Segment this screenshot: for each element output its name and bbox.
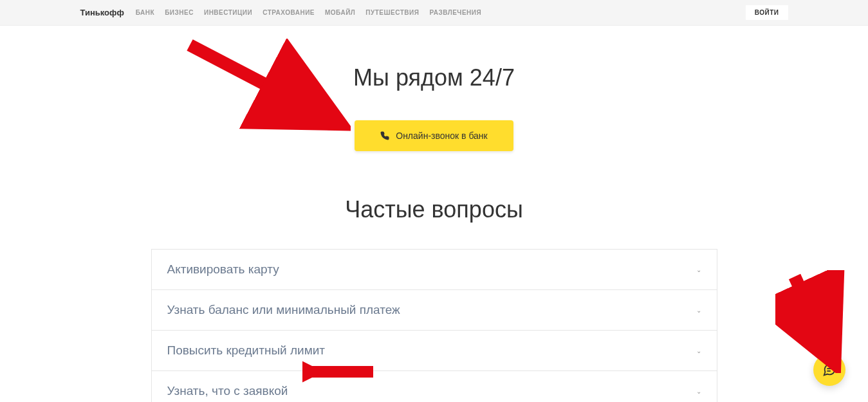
faq-item-application-status[interactable]: Узнать, что с заявкой ⌄ bbox=[152, 371, 717, 402]
faq-item-label: Узнать баланс или минимальный платеж bbox=[167, 303, 400, 317]
login-button[interactable]: ВОЙТИ bbox=[746, 5, 788, 20]
nav-link-bank[interactable]: БАНК bbox=[136, 9, 154, 16]
faq-item-balance[interactable]: Узнать баланс или минимальный платеж ⌄ bbox=[152, 290, 717, 331]
main-content: Мы рядом 24/7 Онлайн-звонок в банк Часты… bbox=[0, 26, 868, 402]
nav-link-business[interactable]: БИЗНЕС bbox=[165, 9, 194, 16]
nav-link-mobile[interactable]: МОБАЙЛ bbox=[325, 9, 355, 16]
call-button-label: Онлайн-звонок в банк bbox=[396, 131, 487, 141]
nav-link-entertainment[interactable]: РАЗВЛЕЧЕНИЯ bbox=[429, 9, 481, 16]
nav-link-travel[interactable]: ПУТЕШЕСТВИЯ bbox=[365, 9, 419, 16]
faq-item-credit-limit[interactable]: Повысить кредитный лимит ⌄ bbox=[152, 331, 717, 371]
chevron-down-icon: ⌄ bbox=[696, 388, 701, 395]
phone-icon bbox=[380, 131, 389, 140]
faq-title: Частые вопросы bbox=[0, 196, 868, 223]
nav-links: БАНК БИЗНЕС ИНВЕСТИЦИИ СТРАХОВАНИЕ МОБАЙ… bbox=[136, 9, 746, 16]
chevron-down-icon: ⌄ bbox=[696, 266, 701, 273]
chevron-down-icon: ⌄ bbox=[696, 347, 701, 354]
chat-icon bbox=[822, 363, 836, 377]
chat-button[interactable] bbox=[813, 354, 845, 386]
faq-item-activate-card[interactable]: Активировать карту ⌄ bbox=[152, 250, 717, 290]
header-inner: Тинькофф БАНК БИЗНЕС ИНВЕСТИЦИИ СТРАХОВА… bbox=[80, 5, 788, 20]
faq-item-label: Активировать карту bbox=[167, 262, 279, 277]
faq-list: Активировать карту ⌄ Узнать баланс или м… bbox=[151, 249, 717, 402]
online-call-button[interactable]: Онлайн-звонок в банк bbox=[355, 120, 513, 151]
logo[interactable]: Тинькофф bbox=[80, 8, 124, 17]
chevron-down-icon: ⌄ bbox=[696, 307, 701, 314]
hero-title: Мы рядом 24/7 bbox=[0, 64, 868, 91]
faq-item-label: Узнать, что с заявкой bbox=[167, 384, 288, 398]
nav-link-insurance[interactable]: СТРАХОВАНИЕ bbox=[263, 9, 315, 16]
faq-item-label: Повысить кредитный лимит bbox=[167, 343, 326, 358]
header: Тинькофф БАНК БИЗНЕС ИНВЕСТИЦИИ СТРАХОВА… bbox=[0, 0, 868, 26]
nav-link-investments[interactable]: ИНВЕСТИЦИИ bbox=[204, 9, 252, 16]
